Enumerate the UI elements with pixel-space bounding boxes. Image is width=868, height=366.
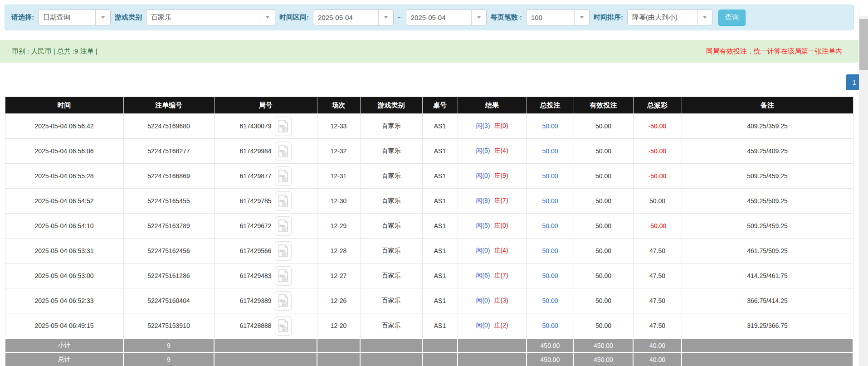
date-from-select[interactable]: 2025-05-04 <box>313 10 394 25</box>
cell-result: 闲(3) 庄(0) <box>458 114 527 139</box>
result-banker: 庄(7) <box>494 272 508 279</box>
cell-total-bet: 50.00 <box>527 239 574 264</box>
cell-result: 闲(0) 庄(3) <box>458 288 527 313</box>
cell-session: 12-29 <box>317 214 360 239</box>
cell-payout: -50.00 <box>633 139 682 164</box>
video-replay-button[interactable] <box>275 241 292 261</box>
cell-table-id: AS1 <box>422 313 458 339</box>
cell-remark: 409.25/359.25 <box>682 114 853 139</box>
empty-cell <box>360 338 422 352</box>
chevron-down-icon[interactable] <box>260 10 275 25</box>
round-id-text: 617429785 <box>239 197 271 205</box>
cell-session: 12-33 <box>317 114 360 139</box>
chevron-down-icon[interactable] <box>574 10 589 25</box>
subtotal-valid-bet: 450.00 <box>574 338 633 352</box>
bets-table: 时间注单编号局号场次游戏类别桌号结果总投注有效投注总派彩备注 2025-05-0… <box>5 97 853 366</box>
video-replay-button[interactable] <box>275 216 292 236</box>
total-bet-link[interactable]: 50.00 <box>542 247 558 254</box>
cell-session: 12-27 <box>317 264 360 288</box>
total-bet-link[interactable]: 50.00 <box>542 272 558 279</box>
result-player: 闲(3) <box>476 122 490 129</box>
video-replay-icon <box>278 269 288 283</box>
cell-game-type: 百家乐 <box>360 214 422 239</box>
table-row: 2025-05-04 06:56:42 522475169680 6174300… <box>5 114 853 139</box>
page-size-label: 每页笔数 : <box>491 13 522 22</box>
video-replay-icon <box>278 219 288 233</box>
time-range-label: 时间区间: <box>279 13 309 22</box>
scrollbar-thumb[interactable] <box>859 19 868 70</box>
cell-payout: -50.00 <box>633 214 682 239</box>
cell-payout: 47.50 <box>633 313 682 339</box>
video-replay-button[interactable] <box>275 266 292 286</box>
cell-game-type: 百家乐 <box>360 239 422 264</box>
chevron-down-icon[interactable] <box>471 10 486 25</box>
query-type-select[interactable]: 日期查询 <box>38 10 111 25</box>
cell-time: 2025-05-04 06:54:10 <box>5 214 123 239</box>
total-bet-link[interactable]: 50.00 <box>542 222 558 229</box>
cell-game-type: 百家乐 <box>360 139 422 164</box>
result-banker: 庄(2) <box>494 322 508 329</box>
cell-table-id: AS1 <box>422 239 458 264</box>
cell-remark: 459.25/409.25 <box>682 139 853 164</box>
cell-game-type: 百家乐 <box>360 288 422 313</box>
result-player: 闲(6) <box>476 272 490 279</box>
total-bet-link[interactable]: 50.00 <box>542 147 558 155</box>
cell-round-id: 617429785 <box>214 189 317 214</box>
total-bet-link[interactable]: 50.00 <box>542 122 558 130</box>
cell-result: 闲(0) 庄(4) <box>458 239 527 264</box>
empty-cell <box>422 338 458 352</box>
total-bet-link[interactable]: 50.00 <box>542 297 558 304</box>
total-bet-link[interactable]: 50.00 <box>542 322 558 329</box>
video-replay-button[interactable] <box>275 142 292 161</box>
video-replay-button[interactable] <box>275 117 292 136</box>
query-type-label: 请选择: <box>11 13 34 22</box>
scrollbar[interactable] <box>859 0 868 366</box>
column-header: 备注 <box>682 97 853 114</box>
round-id-text: 617429984 <box>239 147 271 155</box>
cell-table-id: AS1 <box>422 214 458 239</box>
cell-round-id: 617429877 <box>214 164 317 189</box>
cell-total-bet: 50.00 <box>527 114 574 139</box>
chevron-down-icon[interactable] <box>697 10 712 25</box>
video-replay-button[interactable] <box>275 191 292 211</box>
chevron-down-icon[interactable] <box>378 10 393 25</box>
result-banker: 庄(0) <box>494 122 508 129</box>
result-player: 闲(8) <box>476 197 490 204</box>
cell-round-id: 617429566 <box>214 239 317 264</box>
cell-round-id: 617430079 <box>214 114 317 139</box>
column-header: 游戏类别 <box>360 97 422 114</box>
cell-result: 闲(0) 庄(2) <box>458 313 527 339</box>
chevron-down-icon[interactable] <box>95 10 110 25</box>
summary-bar: 币别 : 人民币 | 总共 :9 注单 | 同局有效投注，统一计算在该局第一张注… <box>0 40 858 63</box>
page-size-select[interactable]: 100 <box>526 10 590 25</box>
table-row: 2025-05-04 06:54:52 522475165455 6174297… <box>5 189 853 214</box>
total-payout: 40.00 <box>633 352 682 366</box>
cell-session: 12-30 <box>317 189 360 214</box>
game-type-select[interactable]: 百家乐 <box>146 10 275 25</box>
cell-valid-bet: 50.00 <box>574 214 633 239</box>
total-bet-link[interactable]: 50.00 <box>542 172 558 180</box>
table-row: 2025-05-04 06:54:10 522475163789 6174296… <box>5 214 853 239</box>
cell-remark: 509.25/459.25 <box>682 164 853 189</box>
cell-table-id: AS1 <box>422 189 458 214</box>
cell-remark: 461.75/509.25 <box>682 239 853 264</box>
pagination: 1 <box>0 74 863 90</box>
cell-round-id: 617429672 <box>214 214 317 239</box>
video-replay-button[interactable] <box>275 291 292 311</box>
cell-game-type: 百家乐 <box>360 313 422 339</box>
query-button[interactable]: 查询 <box>718 10 746 26</box>
round-id-text: 617428888 <box>239 322 271 329</box>
date-range-separator: ~ <box>398 14 402 21</box>
total-bet-link[interactable]: 50.00 <box>542 197 558 205</box>
query-type-value: 日期查询 <box>39 13 75 22</box>
cell-remark: 414.25/461.75 <box>682 264 853 288</box>
cell-valid-bet: 50.00 <box>574 313 633 339</box>
cell-remark: 509.25/459.25 <box>682 214 853 239</box>
time-sort-select[interactable]: 降幂(由大到小) <box>627 10 712 25</box>
date-to-select[interactable]: 2025-05-04 <box>406 10 487 25</box>
scrollbar-track[interactable] <box>859 16 868 366</box>
cell-payout: -50.00 <box>633 114 682 139</box>
video-replay-button[interactable] <box>275 316 292 336</box>
video-replay-button[interactable] <box>275 166 292 186</box>
notice-text: 同局有效投注，统一计算在该局第一张注单内 <box>706 47 842 56</box>
